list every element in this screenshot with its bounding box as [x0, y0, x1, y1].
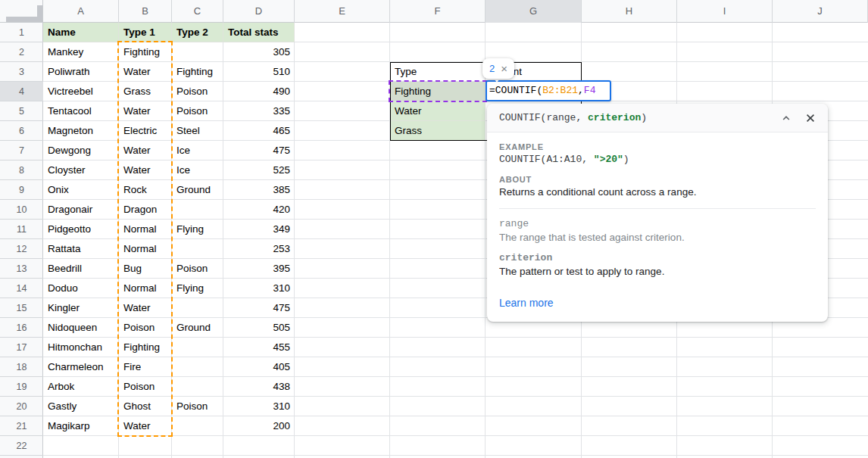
cell-c13[interactable]: Poison	[172, 259, 223, 279]
cell-a9[interactable]: Onix	[43, 180, 119, 200]
cell-c7[interactable]: Ice	[172, 141, 223, 160]
row-header-16[interactable]: 16	[0, 318, 43, 338]
cell-a14[interactable]: Doduo	[43, 279, 119, 298]
header-cell-type-1[interactable]: Type 1	[119, 23, 172, 42]
cell-a20[interactable]: Gastly	[43, 397, 119, 416]
cell-a19[interactable]: Arbok	[43, 377, 119, 397]
cell-c8[interactable]: Ice	[172, 160, 223, 180]
cell-d2[interactable]: 305	[223, 42, 295, 62]
cell-a3[interactable]: Poliwrath	[43, 62, 119, 82]
column-header-d[interactable]: D	[223, 0, 295, 23]
row-header-12[interactable]: 12	[0, 239, 43, 259]
cell-f6[interactable]: Grass	[390, 121, 486, 141]
cell-a8[interactable]: Cloyster	[43, 160, 119, 180]
cell-a18[interactable]: Charmeleon	[43, 357, 119, 377]
cell-b7[interactable]: Water	[119, 141, 172, 160]
cell-c16[interactable]: Ground	[172, 318, 223, 338]
row-header-6[interactable]: 6	[0, 121, 43, 141]
cell-c14[interactable]: Flying	[172, 279, 223, 298]
header-cell-total-stats[interactable]: Total stats	[223, 23, 295, 42]
cell-d4[interactable]: 490	[223, 82, 295, 101]
row-header-21[interactable]: 21	[0, 416, 43, 436]
cell-b12[interactable]: Normal	[119, 239, 172, 259]
cell-c6[interactable]: Steel	[172, 121, 223, 141]
cell-a13[interactable]: Beedrill	[43, 259, 119, 279]
cell-a16[interactable]: Nidoqueen	[43, 318, 119, 338]
cell-a17[interactable]: Hitmonchan	[43, 338, 119, 357]
cell-a10[interactable]: Dragonair	[43, 200, 119, 220]
cell-a6[interactable]: Magneton	[43, 121, 119, 141]
cell-a21[interactable]: Magikarp	[43, 416, 119, 436]
cell-d18[interactable]: 405	[223, 357, 295, 377]
cell-a4[interactable]: Victreebel	[43, 82, 119, 101]
column-header-h[interactable]: H	[582, 0, 677, 23]
cell-b3[interactable]: Water	[119, 62, 172, 82]
cell-b10[interactable]: Dragon	[119, 200, 172, 220]
cell-d7[interactable]: 475	[223, 141, 295, 160]
formula-help-badge[interactable]: 2 ×	[482, 58, 514, 79]
learn-more-link[interactable]: Learn more	[499, 297, 554, 309]
formula-editor[interactable]: =COUNTIF(B2:B21,F4	[486, 80, 611, 101]
cell-d17[interactable]: 455	[223, 338, 295, 357]
cell-d20[interactable]: 310	[223, 397, 295, 416]
row-header-19[interactable]: 19	[0, 377, 43, 397]
cell-b19[interactable]: Poison	[119, 377, 172, 397]
collapse-chevron-icon[interactable]	[781, 113, 792, 123]
select-all-corner[interactable]	[0, 0, 43, 23]
column-header-g[interactable]: G	[486, 0, 582, 23]
cell-d10[interactable]: 420	[223, 200, 295, 220]
row-header-2[interactable]: 2	[0, 42, 43, 62]
row-header-8[interactable]: 8	[0, 160, 43, 180]
cell-a5[interactable]: Tentacool	[43, 101, 119, 121]
cell-b21[interactable]: Water	[119, 416, 172, 436]
cell-d14[interactable]: 310	[223, 279, 295, 298]
cell-b11[interactable]: Normal	[119, 220, 172, 239]
cell-b2[interactable]: Fighting	[119, 42, 172, 62]
row-header-22[interactable]: 22	[0, 436, 43, 456]
close-icon[interactable]	[805, 113, 816, 123]
cell-f4[interactable]: Fighting	[390, 82, 486, 101]
cell-b8[interactable]: Water	[119, 160, 172, 180]
row-header-17[interactable]: 17	[0, 338, 43, 357]
row-header-5[interactable]: 5	[0, 101, 43, 121]
row-header-9[interactable]: 9	[0, 180, 43, 200]
column-header-f[interactable]: F	[390, 0, 486, 23]
cell-b4[interactable]: Grass	[119, 82, 172, 101]
cell-b18[interactable]: Fire	[119, 357, 172, 377]
row-header-7[interactable]: 7	[0, 141, 43, 160]
cell-f5[interactable]: Water	[390, 101, 486, 121]
cell-d15[interactable]: 475	[223, 298, 295, 318]
row-header-20[interactable]: 20	[0, 397, 43, 416]
row-header-4[interactable]: 4	[0, 82, 43, 101]
cell-b20[interactable]: Ghost	[119, 397, 172, 416]
cell-b15[interactable]: Water	[119, 298, 172, 318]
cell-b17[interactable]: Fighting	[119, 338, 172, 357]
cell-a12[interactable]: Rattata	[43, 239, 119, 259]
cell-d11[interactable]: 349	[223, 220, 295, 239]
cell-d12[interactable]: 253	[223, 239, 295, 259]
cell-a11[interactable]: Pidgeotto	[43, 220, 119, 239]
row-header-11[interactable]: 11	[0, 220, 43, 239]
cell-d21[interactable]: 200	[223, 416, 295, 436]
cell-d16[interactable]: 505	[223, 318, 295, 338]
row-header-15[interactable]: 15	[0, 298, 43, 318]
column-header-a[interactable]: A	[43, 0, 119, 23]
row-header-3[interactable]: 3	[0, 62, 43, 82]
cell-d9[interactable]: 385	[223, 180, 295, 200]
column-header-b[interactable]: B	[119, 0, 172, 23]
header-cell-name[interactable]: Name	[43, 23, 119, 42]
cell-c9[interactable]: Ground	[172, 180, 223, 200]
column-header-c[interactable]: C	[172, 0, 223, 23]
cell-b5[interactable]: Water	[119, 101, 172, 121]
row-header-1[interactable]: 1	[0, 23, 43, 42]
cell-c3[interactable]: Fighting	[172, 62, 223, 82]
row-header-10[interactable]: 10	[0, 200, 43, 220]
column-header-j[interactable]: J	[773, 0, 868, 23]
cell-b9[interactable]: Rock	[119, 180, 172, 200]
cell-a2[interactable]: Mankey	[43, 42, 119, 62]
cell-c20[interactable]: Poison	[172, 397, 223, 416]
cell-a7[interactable]: Dewgong	[43, 141, 119, 160]
cell-b13[interactable]: Bug	[119, 259, 172, 279]
cell-d6[interactable]: 465	[223, 121, 295, 141]
badge-close-icon[interactable]: ×	[501, 63, 507, 74]
